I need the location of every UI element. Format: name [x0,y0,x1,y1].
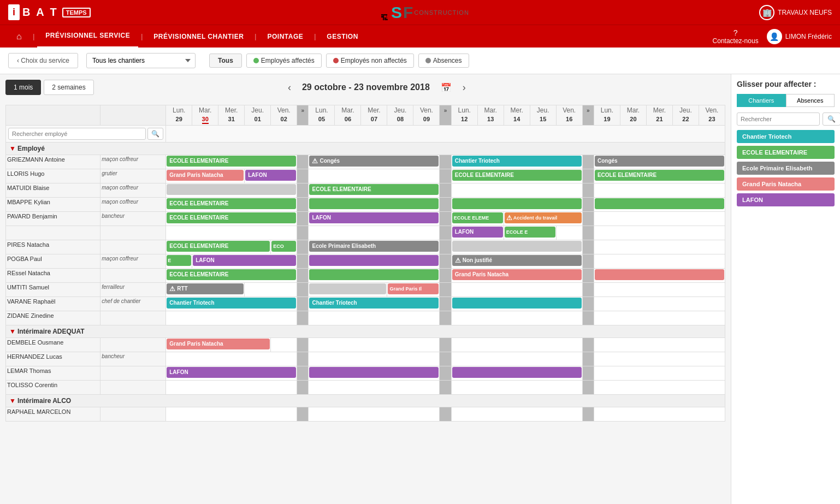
tab-absences[interactable]: Absences [786,94,835,107]
travaux-label: TRAVAUX NEUFS [778,9,832,16]
brand-f: F [403,3,413,22]
cal-next-btn[interactable]: › [463,82,466,93]
cal-prev-btn[interactable]: ‹ [288,82,291,93]
griezmann-w2[interactable]: ⚠Congés [309,155,440,169]
nav-previsionnel-service[interactable]: PRÉVISIONNEL SERVICE [37,25,138,48]
panel-search-btn[interactable]: 🔍 [823,112,840,126]
panel-search-area: 🔍 [737,112,835,126]
day-lun-19: Lun.19 [594,105,620,126]
employee-row-umtiti: UMTITI Samuel ferrailleur ⚠RTT Grand Par… [6,282,725,297]
search-input[interactable] [8,128,146,140]
dot-non-affectes [333,58,339,63]
day-lun-29: Lun.29 [166,105,192,126]
toolbar: ‹ Choix du service Tous les chantiers To… [0,48,840,74]
week-skip-1[interactable]: » [297,105,309,126]
employee-row-griezmann: GRIEZMANN Antoine maçon coffreur ECOLE E… [6,155,725,169]
day-mer-21: Mer.21 [646,105,672,126]
dot-affectes [253,58,259,63]
nav-home[interactable]: ⌂ [8,25,30,48]
travaux-icon: 🏢 [759,5,774,20]
view-toggle: 1 mois 2 semaines [5,80,94,95]
griezmann-w3[interactable]: Chantier Triotech [451,155,582,169]
day-mar-20: Mar.20 [620,105,646,126]
tab-chantiers[interactable]: Chantiers [737,94,786,107]
nav-gestion[interactable]: GESTION [318,25,366,48]
week-skip-3[interactable]: » [582,105,594,126]
header-row: Lun.29 Mar.30 Mer.31 Jeu.01 Ven.02 » Lun… [6,105,725,126]
day-ven-09: Ven.09 [413,105,440,126]
day-jeu-15: Jeu.15 [530,105,556,126]
calendar-area: 1 mois 2 semaines ‹ 29 octobre - 23 nove… [0,74,731,504]
brand-logo: 🏗 S F CONSTRUCTION [381,3,469,22]
search-row: 🔍 [6,125,725,142]
employee-row-lloris: LLORIS Hugo grutier Grand Paris Natacha … [6,169,725,183]
week-skip-2[interactable]: » [440,105,451,126]
employee-row-matuidi: MATUIDI Blaise maçon coffreur ECOLE ELEM… [6,183,725,197]
employee-row-raphael: RAPHAEL MARCELON [6,407,725,421]
panel-item-ecole-elementaire[interactable]: ECOLE ELEMENTAIRE [737,146,835,159]
day-mar-30: Mar.30 [192,105,218,126]
day-jeu-08: Jeu.08 [387,105,413,126]
panel-item-grand-paris[interactable]: Grand Paris Natacha [737,177,835,191]
employee-row-lemar: LEMAR Thomas LAFON [6,366,725,380]
col-role-header [100,105,166,126]
contact-area[interactable]: ? Contactez-nous [713,28,759,45]
calendar-table: Lun.29 Mar.30 Mer.31 Jeu.01 Ven.02 » Lun… [5,105,725,422]
panel-item-chantier-triotech[interactable]: Chantier Triotech [737,130,835,143]
category-interimaire-alco: ▼ Intérimaire ALCO [6,394,725,407]
employee-row-pavard-2: LAFON ECOLE E [6,226,725,240]
day-mar-06: Mar.06 [335,105,361,126]
panel-item-lafon[interactable]: LAFON [737,193,835,206]
building-icon: 🏗 [381,13,388,22]
employee-row-pogba: POGBA Paul maçon coffreur E LAFON [6,254,725,268]
employee-row-pires: PIRES Natacha ECOLE ELEMENTAIRE ECO Ecol… [6,240,725,254]
logo-i: i [13,7,15,18]
day-jeu-22: Jeu.22 [672,105,699,126]
griezmann-w4[interactable]: Congés [594,155,725,169]
dot-absences [425,58,431,63]
view-2semaines-btn[interactable]: 2 semaines [44,80,93,95]
filter-employes-affectes[interactable]: Employés affectés [246,54,322,68]
category-interimaire-adequat: ▼ Intérimaire ADEQUAT [6,325,725,337]
employee-row-pavard-1: PAVARD Benjamin bancheur ECOLE ELEMENTAI… [6,211,725,226]
cal-date-range: 29 octobre - 23 novembre 2018 [302,82,430,92]
cal-calendar-icon: 📅 [441,82,452,93]
emp-name-griezmann: GRIEZMANN Antoine [6,155,100,169]
panel-tabs: Chantiers Absences [737,94,835,107]
nav-pointage[interactable]: POINTAGE [259,25,311,48]
search-btn[interactable]: 🔍 [147,128,163,140]
day-mer-14: Mer.14 [504,105,530,126]
panel-title: Glisser pour affecter : [737,80,835,88]
contact-label: Contactez-nous [713,37,759,45]
right-panel: Glisser pour affecter : Chantiers Absenc… [731,74,840,504]
logo-temps: TEMPS [62,8,91,17]
employee-row-hernandez: HERNANDEZ Lucas bancheur [6,352,725,366]
filter-tous-btn[interactable]: Tous [209,54,242,68]
travaux-area: 🏢 TRAVAUX NEUFS [759,5,832,20]
nav-bar: ⌂ | PRÉVISIONNEL SERVICE | PRÉVISIONNEL … [0,25,840,48]
employee-row-varane: VARANE Raphaël chef de chantier Chantier… [6,297,725,311]
filter-group: Tous Employés affectés Employés non affe… [209,54,469,68]
view-1mois-btn[interactable]: 1 mois [5,80,41,95]
day-ven-23: Ven.23 [699,105,725,126]
cal-header: ‹ 29 octobre - 23 novembre 2018 📅 › [288,82,466,93]
nav-previsionnel-chantier[interactable]: PRÉVISIONNEL CHANTIER [145,25,252,48]
brand-construction: CONSTRUCTION [414,9,469,16]
filter-absences[interactable]: Absences [418,54,469,68]
service-btn[interactable]: ‹ Choix du service [8,53,78,68]
day-ven-16: Ven.16 [556,105,582,126]
filter-employes-non-affectes[interactable]: Employés non affectés [326,54,414,68]
col-employee-header [6,105,100,126]
griezmann-w1[interactable]: ECOLE ELEMENTAIRE [166,155,297,169]
chantier-select[interactable]: Tous les chantiers [86,53,196,68]
user-avatar: 👤 [767,29,782,44]
day-mer-07: Mer.07 [361,105,387,126]
panel-search-input[interactable] [737,112,820,126]
top-bar: i B A T TEMPS 🏗 S F CONSTRUCTION 🏢 TRAVA… [0,0,840,25]
ibat-logo: i [8,4,20,20]
day-ven-02: Ven.02 [271,105,297,126]
day-mar-13: Mar.13 [477,105,504,126]
panel-item-ecole-primaire[interactable]: Ecole Primaire Elisabeth [737,162,835,175]
top-right: 🏢 TRAVAUX NEUFS [759,5,832,20]
day-jeu-01: Jeu.01 [245,105,271,126]
